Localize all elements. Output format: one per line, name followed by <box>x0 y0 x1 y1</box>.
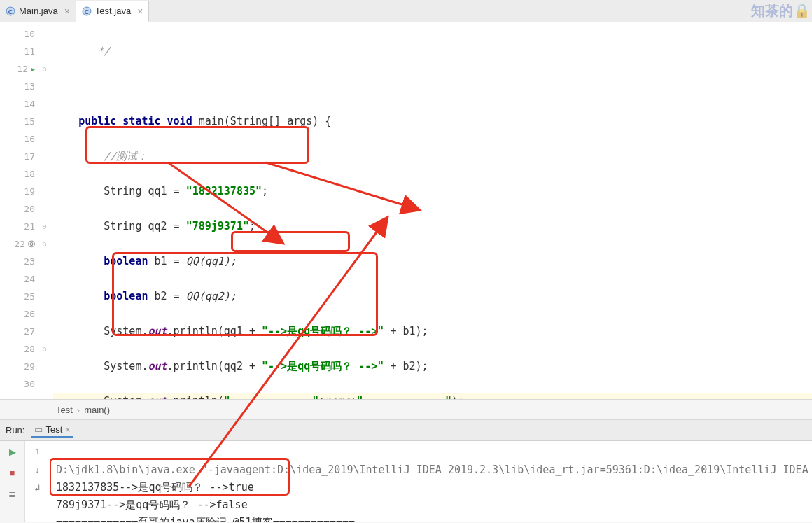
java-class-icon: C <box>82 6 92 16</box>
console-line: 789j9371-->是qq号码吗？ -->false <box>56 498 248 511</box>
override-icon[interactable]: ⓞ <box>28 235 35 253</box>
tab-label: Main.java <box>19 6 58 16</box>
line-number-gutter: 10 11 12 ▶ 13 14 15 16 17 18 19 20 21 22… <box>0 22 39 399</box>
close-icon[interactable]: × <box>65 424 71 435</box>
watermark: 知茶的🔒 <box>751 1 811 20</box>
console-line: =============磊哥的java历险记-@51博客===========… <box>56 516 355 522</box>
code-area[interactable]: */ public static void main(String[] args… <box>50 22 812 399</box>
console-output[interactable]: D:\jdk1.8\bin\java.exe "-javaagent:D:\id… <box>50 441 812 522</box>
svg-text:C: C <box>8 8 13 15</box>
run-tab[interactable]: ▭ Test × <box>31 423 73 438</box>
down-button[interactable]: ↓ <box>35 464 40 475</box>
editor-tabs: C Main.java × C Test.java × 知茶的🔒 <box>0 0 812 22</box>
tab-label: Test.java <box>95 6 131 16</box>
chevron-right-icon: › <box>77 405 80 415</box>
breadcrumb-class[interactable]: Test <box>56 405 73 415</box>
tab-main-java[interactable]: C Main.java × <box>0 0 76 22</box>
run-panel-header: Run: ▭ Test × <box>0 420 812 441</box>
close-icon[interactable]: × <box>64 6 70 17</box>
close-icon[interactable]: × <box>137 6 143 17</box>
tab-test-java[interactable]: C Test.java × <box>76 1 150 22</box>
run-config-icon: ▭ <box>34 424 43 435</box>
up-button[interactable]: ↑ <box>35 445 40 456</box>
run-gutter-icon[interactable]: ▶ <box>31 60 35 78</box>
run-toolbar-primary: ▶ ■ ≣ <box>0 441 25 522</box>
console-line: D:\jdk1.8\bin\java.exe "-javaagent:D:\id… <box>56 463 808 476</box>
rerun-button[interactable]: ▶ <box>6 445 19 458</box>
comment: //测试： <box>104 150 148 162</box>
layout-button[interactable]: ≣ <box>6 487 19 500</box>
code-text: */ <box>53 45 110 57</box>
console-line: 1832137835-->是qq号码吗？ -->true <box>56 481 254 494</box>
svg-text:C: C <box>85 8 90 15</box>
breadcrumb-method[interactable]: main() <box>84 405 110 415</box>
breadcrumb: Test › main() <box>0 399 812 420</box>
wrap-button[interactable]: ↲ <box>34 483 41 494</box>
java-class-icon: C <box>6 6 15 16</box>
stop-button[interactable]: ■ <box>6 466 19 479</box>
run-toolbar-secondary: ↑ ↓ ↲ <box>25 441 50 522</box>
run-label: Run: <box>6 425 24 435</box>
code-editor[interactable]: 10 11 12 ▶ 13 14 15 16 17 18 19 20 21 22… <box>0 22 812 399</box>
run-title: Test <box>46 424 62 435</box>
fold-column: ⊖ ⊖ ⊖ ⊖ <box>39 22 50 399</box>
run-panel: ▶ ■ ≣ ↑ ↓ ↲ D:\jdk1.8\bin\java.exe "-jav… <box>0 441 812 522</box>
